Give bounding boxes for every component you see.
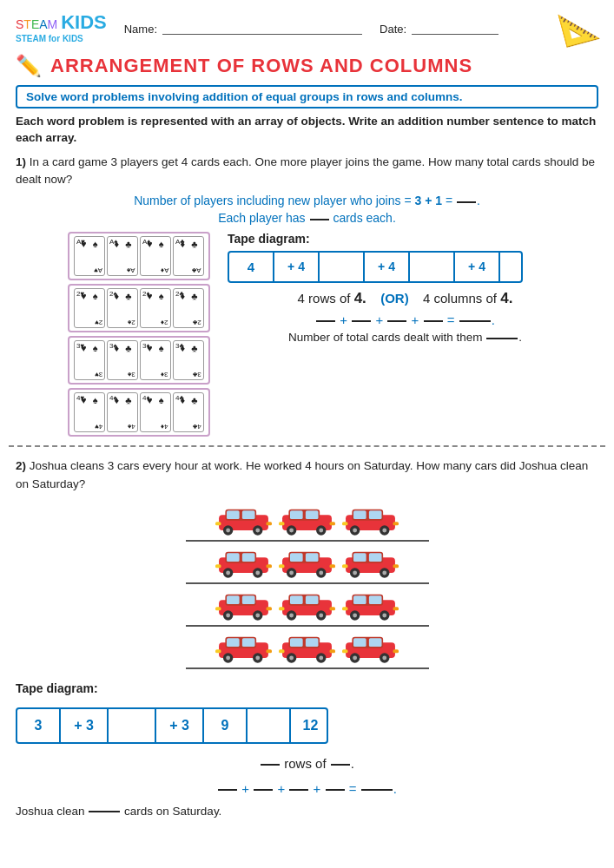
- svg-point-17: [319, 528, 323, 532]
- card-corner: 3♠: [128, 371, 135, 378]
- logo-e: E: [31, 17, 39, 31]
- ruler-icon: 📐: [555, 4, 602, 49]
- card: 4♦ ♥ ♠ 4♦: [140, 392, 171, 432]
- blank: [424, 320, 443, 322]
- svg-point-15: [289, 528, 294, 532]
- blank: [261, 764, 280, 766]
- instructions: Each word problem is represented with an…: [16, 114, 598, 147]
- card-corner: 3♥: [95, 371, 102, 378]
- pencil-icon: ✏️: [16, 54, 42, 78]
- svg-rect-108: [279, 649, 285, 653]
- card-corner: A♦: [161, 266, 168, 274]
- card: A♣ ♦ ♣ A♣: [173, 236, 204, 276]
- svg-point-67: [255, 613, 260, 617]
- q1-tape-diagram: 4 + 4 + 4 + 4: [228, 251, 523, 283]
- date-label: Date:: [380, 23, 406, 36]
- svg-point-25: [353, 528, 357, 532]
- card-corner: 3♠: [109, 342, 117, 350]
- car-icon: [342, 502, 399, 536]
- q1-body: In a card game 3 players get 4 cards eac…: [16, 155, 595, 186]
- q1-rows-cols: 4 rows of 4. (OR) 4 columns of 4.: [228, 290, 583, 307]
- svg-rect-68: [215, 607, 221, 610]
- card-corner: 2♠: [128, 319, 135, 326]
- suit: ♣: [191, 395, 197, 405]
- q1-cols-num: 4.: [500, 290, 512, 306]
- card-row-3: 3♥ ♥ ♠ 3♥ 3♠ ♦ ♣ 3♠ 3♦: [68, 336, 210, 385]
- logo: STEAM KIDS STEAM for KIDS: [16, 11, 107, 43]
- q1-eq1-bold: 3 + 1: [414, 194, 442, 207]
- svg-point-115: [353, 655, 357, 660]
- card: A♥ ♥ ♠ A♥: [74, 236, 105, 276]
- car-icon: [279, 502, 335, 536]
- card-corner: 2♦: [142, 290, 150, 298]
- card-corner: 4♦: [142, 394, 150, 402]
- card-corner: 4♥: [95, 423, 102, 431]
- svg-rect-8: [215, 522, 221, 525]
- q1-tape-label: Tape diagram:: [228, 232, 583, 246]
- card-corner: A♠: [127, 266, 135, 274]
- blank: [387, 320, 406, 322]
- svg-rect-43: [306, 553, 319, 562]
- logo-text: STEAM KIDS: [16, 11, 107, 34]
- svg-rect-98: [215, 649, 221, 653]
- cars-section: [0, 502, 614, 669]
- svg-rect-23: [369, 510, 382, 519]
- card: 4♥ ♥ ♠ 4♥: [74, 392, 105, 432]
- q1-eq2: Each player has cards each.: [16, 211, 598, 225]
- card-corner: 2♥: [76, 290, 84, 298]
- logo-m: M: [48, 17, 58, 31]
- q1-addition: + + + = .: [228, 312, 583, 327]
- logo-a: A: [39, 17, 47, 31]
- card: 3♦ ♥ ♠ 3♦: [140, 340, 171, 380]
- svg-rect-59: [393, 564, 399, 568]
- card-corner: A♦: [142, 238, 150, 246]
- svg-rect-109: [330, 649, 336, 653]
- q2-tape-cell-1: 3: [17, 709, 61, 742]
- svg-rect-2: [227, 510, 240, 519]
- car-row-2: [186, 544, 429, 584]
- svg-point-5: [226, 528, 230, 532]
- q1-blank1: [457, 201, 476, 203]
- svg-rect-28: [342, 522, 348, 525]
- car-icon: [342, 544, 399, 579]
- svg-rect-52: [353, 553, 366, 562]
- q1-or: (OR): [380, 291, 409, 306]
- q2-rows-text: rows of .: [16, 756, 598, 771]
- svg-rect-78: [279, 607, 285, 610]
- svg-point-117: [382, 655, 386, 660]
- card-corner: 3♦: [161, 371, 168, 378]
- q2-tape-label: Tape diagram:: [16, 681, 98, 695]
- card: 2♠ ♦ ♣ 2♠: [107, 288, 138, 328]
- suit: ♠: [159, 291, 164, 301]
- card: 4♠ ♦ ♣ 4♠: [107, 392, 138, 432]
- card-corner: 3♣: [193, 371, 201, 378]
- q2-tape-cell-5: 9: [204, 709, 248, 742]
- q2-body: Joshua cleans 3 cars every hour at work.…: [16, 459, 588, 490]
- card-row-4: 4♥ ♥ ♠ 4♥ 4♠ ♦ ♣ 4♠ 4♦: [68, 388, 210, 437]
- svg-point-97: [255, 655, 260, 660]
- tape-cell-4: + 4: [365, 253, 410, 281]
- svg-rect-119: [393, 649, 399, 653]
- q2-tape-cell-4: + 3: [156, 709, 204, 742]
- blank: [352, 320, 371, 322]
- suit: ♠: [93, 395, 98, 405]
- q1-blank2: [310, 219, 329, 220]
- car-icon: [215, 502, 272, 536]
- q1-tape-section: Tape diagram: 4 + 4 + 4 + 4 4 rows of 4.…: [228, 232, 583, 352]
- svg-rect-88: [342, 607, 348, 610]
- card: 3♣ ♦ ♣ 3♣: [173, 340, 204, 380]
- svg-rect-62: [227, 595, 240, 604]
- card: 2♦ ♥ ♠ 2♦: [140, 288, 171, 328]
- car-icon: [279, 544, 335, 579]
- card: 2♣ ♦ ♣ 2♣: [173, 288, 204, 328]
- svg-rect-73: [306, 595, 319, 604]
- card-corner: A♥: [94, 266, 102, 274]
- logo-t: T: [23, 17, 31, 31]
- card-corner: 4♠: [128, 423, 135, 431]
- suit: ♣: [191, 343, 197, 353]
- blank: [254, 789, 273, 791]
- q2-tape-diagram: 3 + 3 + 3 9 12: [16, 707, 328, 744]
- car-icon: [279, 629, 335, 664]
- blank: [89, 811, 120, 812]
- svg-rect-118: [342, 649, 348, 653]
